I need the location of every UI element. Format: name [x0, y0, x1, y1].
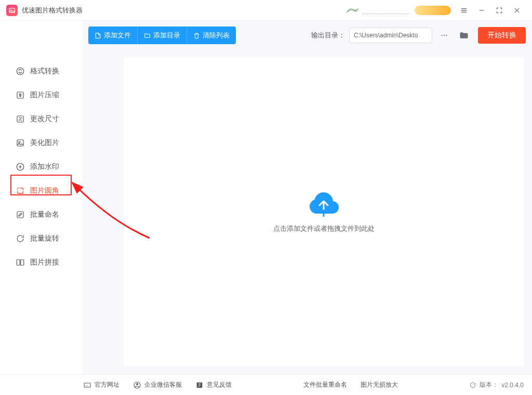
sidebar-item-resize[interactable]: 更改尺寸 — [0, 107, 82, 131]
titlebar-placeholder — [363, 7, 409, 14]
sidebar-item-label: 批量旋转 — [30, 234, 59, 243]
sidebar-item-beautify[interactable]: 美化图片 — [0, 131, 82, 155]
drop-hint: 点击添加文件或者拖拽文件到此处 — [273, 224, 375, 233]
footer-official-site[interactable]: 官方网址 — [83, 380, 119, 389]
watermark-icon — [16, 162, 25, 172]
footer-wechat-support[interactable]: 企业微信客服 — [133, 380, 182, 389]
sidebar-item-label: 美化图片 — [30, 138, 59, 148]
sidebar-item-label: 图片拼接 — [30, 258, 59, 267]
folder-icon — [144, 32, 151, 39]
more-icon[interactable] — [436, 28, 452, 43]
minimize-icon[interactable] — [473, 0, 490, 21]
sidebar-item-stitch[interactable]: 图片拼接 — [0, 251, 82, 274]
trash-icon — [193, 32, 200, 39]
maximize-icon[interactable] — [490, 0, 508, 21]
drop-canvas[interactable]: 点击添加文件或者拖拽文件到此处 — [124, 57, 524, 366]
cloud-upload-icon — [307, 190, 340, 217]
titlebar: 优速图片格式转换器 — [0, 0, 532, 21]
sidebar-item-compress[interactable]: 图片压缩 — [0, 83, 82, 107]
globe-icon — [83, 381, 91, 389]
sidebar-item-batch-rotate[interactable]: 批量旋转 — [0, 227, 82, 251]
main-area: 添加文件 添加目录 清除列表 输出目录： C:\Users\admin\Desk… — [82, 21, 532, 374]
stitch-icon — [16, 258, 25, 267]
svg-rect-11 — [17, 140, 23, 146]
start-convert-button[interactable]: 开始转换 — [478, 27, 526, 44]
sidebar-item-round-corner[interactable]: 图片圆角 — [0, 179, 82, 203]
sidebar-item-label: 图片压缩 — [30, 90, 59, 100]
start-label: 开始转换 — [487, 31, 516, 39]
speed-icon — [345, 6, 360, 15]
svg-rect-14 — [17, 212, 23, 218]
support-icon — [133, 381, 141, 389]
browse-folder-icon[interactable] — [456, 28, 472, 43]
output-dir-label: 输出目录： — [311, 31, 345, 40]
clear-list-button[interactable]: 清除列表 — [187, 27, 236, 44]
footer-label: 官方网址 — [95, 380, 119, 389]
footer-label: 意见反馈 — [207, 380, 232, 389]
sidebar: 格式转换 图片压缩 更改尺寸 美化图片 添加水印 图片圆角 批量命名 批量旋转 — [0, 21, 82, 374]
footer-version: 版本：v2.0.4.0 — [469, 380, 524, 389]
clear-list-label: 清除列表 — [203, 31, 230, 40]
rotate-icon — [16, 234, 25, 243]
file-icon — [95, 32, 101, 39]
add-folder-button[interactable]: 添加目录 — [137, 27, 187, 44]
footer-feedback[interactable]: 意见反馈 — [195, 380, 232, 389]
version-label: 版本： — [480, 380, 498, 389]
round-corner-icon — [16, 186, 25, 195]
output-dir-path[interactable]: C:\Users\admin\Deskto — [349, 28, 432, 43]
sidebar-item-label: 批量命名 — [30, 210, 59, 219]
svg-rect-16 — [21, 260, 24, 266]
app-title: 优速图片格式转换器 — [22, 6, 83, 15]
rename-icon — [16, 210, 25, 219]
compress-icon — [16, 90, 25, 100]
sidebar-item-label: 格式转换 — [30, 67, 59, 76]
footer-label: 文件批量重命名 — [303, 380, 347, 389]
toolbar-button-group: 添加文件 添加目录 清除列表 — [88, 27, 236, 44]
resize-icon — [16, 114, 25, 124]
svg-point-17 — [441, 35, 442, 36]
sidebar-item-label: 更改尺寸 — [30, 114, 59, 124]
footer-batch-rename-link[interactable]: 文件批量重命名 — [303, 380, 347, 389]
menu-icon[interactable] — [455, 0, 473, 21]
sidebar-item-batch-rename[interactable]: 批量命名 — [0, 203, 82, 227]
footer: 官方网址 企业微信客服 意见反馈 文件批量重命名 图片无损放大 版本：v2.0.… — [0, 374, 532, 395]
footer-label: 图片无损放大 — [361, 380, 398, 389]
refresh-icon[interactable] — [469, 381, 476, 389]
sidebar-item-format-convert[interactable]: 格式转换 — [0, 59, 82, 83]
feedback-icon — [195, 381, 204, 389]
footer-lossless-zoom-link[interactable]: 图片无损放大 — [361, 380, 398, 389]
toolbar: 添加文件 添加目录 清除列表 输出目录： C:\Users\admin\Desk… — [82, 21, 532, 50]
beautify-icon — [16, 138, 25, 148]
svg-point-18 — [444, 35, 445, 36]
convert-icon — [16, 67, 25, 76]
add-file-button[interactable]: 添加文件 — [88, 27, 137, 44]
sidebar-item-label: 添加水印 — [30, 162, 59, 172]
footer-label: 企业微信客服 — [144, 380, 182, 389]
svg-rect-15 — [17, 260, 20, 266]
sidebar-item-watermark[interactable]: 添加水印 — [0, 155, 82, 179]
version-value: v2.0.4.0 — [501, 381, 524, 389]
svg-point-12 — [19, 141, 20, 143]
svg-rect-21 — [84, 383, 90, 387]
svg-point-8 — [17, 68, 24, 75]
vip-badge[interactable] — [415, 6, 451, 15]
app-logo — [6, 5, 18, 16]
close-icon[interactable] — [508, 0, 526, 21]
svg-point-19 — [446, 35, 447, 36]
add-file-label: 添加文件 — [104, 31, 131, 40]
svg-point-23 — [136, 383, 138, 385]
add-folder-label: 添加目录 — [153, 31, 180, 40]
sidebar-item-label: 图片圆角 — [30, 186, 59, 195]
